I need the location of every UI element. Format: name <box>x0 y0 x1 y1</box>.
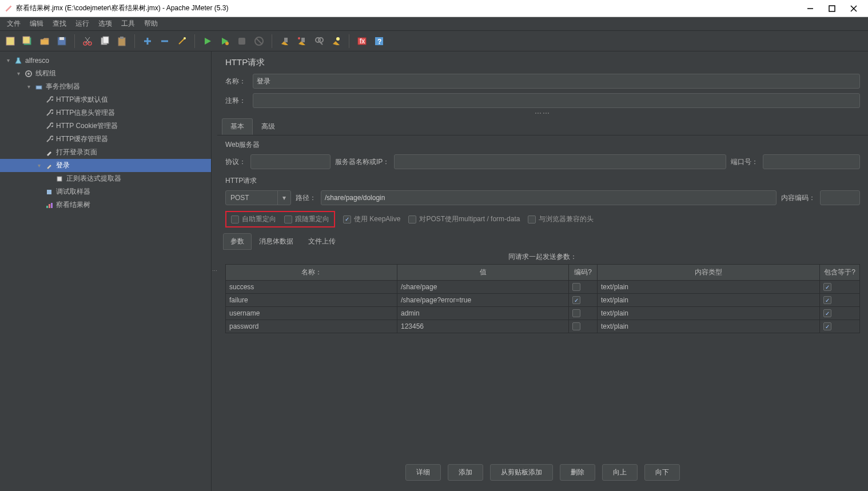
menu-edit[interactable]: 编辑 <box>26 18 47 30</box>
cell-value[interactable]: 123456 <box>397 320 569 333</box>
cell-ctype[interactable]: text/plain <box>598 281 820 294</box>
cell-name[interactable]: success <box>226 281 397 294</box>
paste-icon[interactable] <box>115 34 129 48</box>
tree-item-cache[interactable]: HTTP缓存管理器 <box>0 133 211 146</box>
server-input[interactable] <box>394 154 726 169</box>
wand-icon[interactable] <box>175 34 189 48</box>
cell-ctype[interactable]: text/plain <box>598 320 820 333</box>
clear-icon[interactable] <box>278 34 292 48</box>
auto-redirect-checkbox[interactable]: 自助重定向 <box>231 214 276 224</box>
table-row[interactable]: failure/share/page?error=true✓text/plain… <box>226 294 860 307</box>
chevron-down-icon[interactable]: ▾ <box>5 57 11 63</box>
down-button[interactable]: 向下 <box>644 464 680 481</box>
run-notimers-icon[interactable] <box>218 34 232 48</box>
tree-item-headers[interactable]: HTTP信息头管理器 <box>0 106 211 119</box>
cut-icon[interactable] <box>81 34 94 48</box>
col-ctype[interactable]: 内容类型 <box>598 265 820 281</box>
col-value[interactable]: 值 <box>397 265 569 281</box>
encoding-input[interactable] <box>820 190 860 205</box>
help-icon[interactable]: ? <box>372 34 386 48</box>
path-input[interactable] <box>321 190 777 205</box>
new-icon[interactable] <box>3 34 17 48</box>
name-input[interactable] <box>253 74 860 89</box>
subtab-files[interactable]: 文件上传 <box>301 233 343 250</box>
cell-value[interactable]: /share/page?error=true <box>397 294 569 307</box>
open-icon[interactable] <box>38 34 51 48</box>
cell-name[interactable]: password <box>226 320 397 333</box>
detail-button[interactable]: 详细 <box>405 464 441 481</box>
cell-value[interactable]: /share/page <box>397 281 569 294</box>
tree-item-results[interactable]: 察看结果树 <box>0 198 211 211</box>
multipart-checkbox[interactable]: 对POST使用multipart / form-data <box>408 214 520 224</box>
subtab-body[interactable]: 消息体数据 <box>252 233 301 250</box>
method-select[interactable]: POST ▾ <box>225 190 291 205</box>
cell-name[interactable]: failure <box>226 294 397 307</box>
templates-icon[interactable] <box>21 34 34 48</box>
remove-icon[interactable] <box>158 34 172 48</box>
cell-encode[interactable] <box>569 281 598 294</box>
search-icon[interactable] <box>312 34 326 48</box>
cell-encode[interactable] <box>569 307 598 320</box>
follow-redirect-checkbox[interactable]: 跟随重定向 <box>284 214 329 224</box>
up-button[interactable]: 向上 <box>602 464 638 481</box>
params-table[interactable]: 名称： 值 编码? 内容类型 包含等于? success/share/paget… <box>225 264 860 333</box>
cell-encode[interactable]: ✓ <box>569 294 598 307</box>
table-row[interactable]: usernameadmintext/plain✓ <box>226 307 860 320</box>
minimize-button[interactable] <box>806 5 814 13</box>
protocol-input[interactable] <box>250 154 331 169</box>
delete-button[interactable]: 删除 <box>560 464 595 481</box>
cell-encode[interactable] <box>569 320 598 333</box>
cell-ctype[interactable]: text/plain <box>598 307 820 320</box>
menu-run[interactable]: 运行 <box>72 18 93 30</box>
port-input[interactable] <box>763 154 860 169</box>
tab-basic[interactable]: 基本 <box>222 118 253 135</box>
cell-include[interactable]: ✓ <box>820 294 860 307</box>
menu-options[interactable]: 选项 <box>95 18 116 30</box>
reset-search-icon[interactable] <box>329 34 343 48</box>
clear-all-icon[interactable] <box>295 34 309 48</box>
cell-ctype[interactable]: text/plain <box>598 294 820 307</box>
tree-item-login[interactable]: ▾ 登录 <box>0 159 211 172</box>
chevron-down-icon[interactable]: ▾ <box>25 83 32 90</box>
test-plan-tree[interactable]: ▾ alfresco ▾ 线程组 ▾ 事务控制器 HTTP请求默认值 HTTP信… <box>0 51 212 491</box>
col-name[interactable]: 名称： <box>226 265 397 281</box>
tree-item-cookie[interactable]: HTTP Cookie管理器 <box>0 119 211 133</box>
shutdown-icon[interactable] <box>252 34 266 48</box>
save-icon[interactable] <box>55 34 69 48</box>
table-row[interactable]: password123456text/plain✓ <box>226 320 860 333</box>
browser-headers-checkbox[interactable]: 与浏览器兼容的头 <box>528 214 594 224</box>
menu-file[interactable]: 文件 <box>3 18 24 30</box>
tree-item-regex[interactable]: 正则表达式提取器 <box>0 172 211 185</box>
add-button[interactable]: 添加 <box>448 464 483 481</box>
cell-include[interactable]: ✓ <box>820 320 860 333</box>
splitter[interactable]: ⋮ <box>212 51 217 491</box>
tree-thread-group[interactable]: ▾ 线程组 <box>0 67 211 80</box>
stop-icon[interactable] <box>235 34 249 48</box>
cell-name[interactable]: username <box>226 307 397 320</box>
col-encode[interactable]: 编码? <box>569 265 598 281</box>
table-row[interactable]: success/share/pagetext/plain✓ <box>226 281 860 294</box>
tree-root[interactable]: ▾ alfresco <box>0 54 211 67</box>
chevron-down-icon[interactable]: ▾ <box>35 162 42 169</box>
menu-find[interactable]: 查找 <box>49 18 70 30</box>
menu-help[interactable]: 帮助 <box>141 18 161 30</box>
function-icon[interactable]: fx <box>355 34 369 48</box>
tab-advanced[interactable]: 高级 <box>253 118 284 135</box>
copy-icon[interactable] <box>98 34 112 48</box>
comment-input[interactable] <box>253 93 860 108</box>
cell-include[interactable]: ✓ <box>820 307 860 320</box>
tree-item-open-login[interactable]: 打开登录页面 <box>0 146 211 159</box>
close-button[interactable] <box>850 5 858 13</box>
add-clipboard-button[interactable]: 从剪贴板添加 <box>490 464 553 481</box>
chevron-down-icon[interactable]: ▾ <box>15 70 22 77</box>
subtab-params[interactable]: 参数 <box>223 233 252 250</box>
run-icon[interactable] <box>201 34 214 48</box>
cell-include[interactable]: ✓ <box>820 281 860 294</box>
tree-item-debug[interactable]: 调试取样器 <box>0 185 211 198</box>
tree-controller[interactable]: ▾ 事务控制器 <box>0 80 211 93</box>
cell-value[interactable]: admin <box>397 307 569 320</box>
keepalive-checkbox[interactable]: ✓使用 KeepAlive <box>343 214 400 224</box>
add-icon[interactable] <box>141 34 154 48</box>
menu-tools[interactable]: 工具 <box>118 18 138 30</box>
tree-item-defaults[interactable]: HTTP请求默认值 <box>0 93 211 106</box>
